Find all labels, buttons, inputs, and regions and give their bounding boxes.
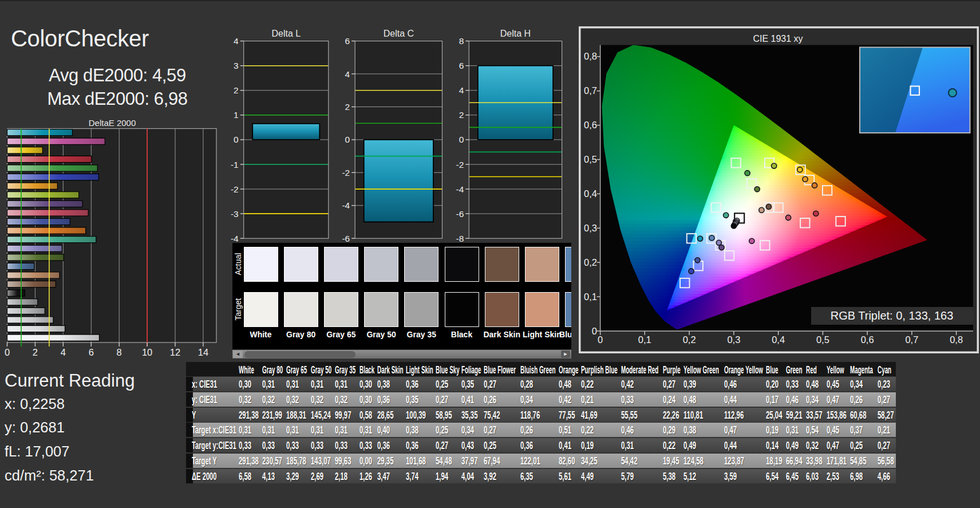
svg-text:-4: -4 <box>231 234 239 243</box>
svg-text:0: 0 <box>592 326 597 336</box>
svg-text:0,2: 0,2 <box>584 257 597 267</box>
svg-text:1: 1 <box>234 110 239 120</box>
svg-text:0,6: 0,6 <box>584 120 597 130</box>
svg-text:-1: -1 <box>231 160 239 170</box>
svg-text:-3: -3 <box>231 209 239 219</box>
svg-text:0,6: 0,6 <box>861 334 874 345</box>
svg-text:0,3: 0,3 <box>584 223 597 233</box>
svg-text:2: 2 <box>234 85 239 95</box>
svg-text:-2: -2 <box>456 160 464 170</box>
svg-text:0,2: 0,2 <box>683 334 696 345</box>
svg-text:8: 8 <box>459 36 464 46</box>
svg-text:4: 4 <box>459 85 464 95</box>
svg-text:14: 14 <box>198 347 208 357</box>
svg-text:0,5: 0,5 <box>816 334 829 345</box>
svg-text:RGB Triplet: 0, 133, 163: RGB Triplet: 0, 133, 163 <box>831 309 954 322</box>
svg-text:2: 2 <box>345 102 350 112</box>
svg-text:6: 6 <box>459 61 464 70</box>
svg-text:-6: -6 <box>456 209 464 219</box>
svg-text:0: 0 <box>345 135 350 144</box>
svg-text:Delta C: Delta C <box>384 29 414 38</box>
svg-text:4: 4 <box>61 347 66 357</box>
svg-text:0,3: 0,3 <box>727 334 740 345</box>
svg-text:6: 6 <box>345 36 350 46</box>
svg-text:Delta H: Delta H <box>500 29 531 38</box>
svg-text:4: 4 <box>234 36 239 46</box>
svg-text:-4: -4 <box>342 200 350 210</box>
svg-text:0: 0 <box>5 347 10 357</box>
svg-text:0,7: 0,7 <box>584 85 597 96</box>
svg-text:0: 0 <box>459 135 464 144</box>
svg-text:0,8: 0,8 <box>584 51 597 61</box>
svg-text:-4: -4 <box>456 184 464 194</box>
svg-text:0,1: 0,1 <box>638 334 651 345</box>
svg-text:Delta L: Delta L <box>271 29 301 38</box>
svg-text:8: 8 <box>117 347 122 357</box>
svg-text:0: 0 <box>234 135 239 144</box>
svg-text:-6: -6 <box>342 234 350 243</box>
svg-text:2: 2 <box>459 110 464 120</box>
svg-text:0,7: 0,7 <box>905 334 918 345</box>
svg-text:2: 2 <box>33 347 38 357</box>
svg-text:-2: -2 <box>342 168 350 178</box>
svg-text:0,1: 0,1 <box>584 292 597 302</box>
svg-text:10: 10 <box>142 347 152 357</box>
svg-text:-2: -2 <box>231 184 239 194</box>
svg-text:0,4: 0,4 <box>584 188 597 199</box>
svg-text:0,8: 0,8 <box>950 334 963 345</box>
svg-text:0,5: 0,5 <box>584 154 597 164</box>
svg-text:6: 6 <box>89 347 94 357</box>
svg-text:0: 0 <box>598 334 603 345</box>
svg-text:0,4: 0,4 <box>772 334 785 345</box>
svg-text:-8: -8 <box>456 234 464 243</box>
svg-text:3: 3 <box>234 61 239 70</box>
svg-text:CIE 1931 xy: CIE 1931 xy <box>753 34 803 44</box>
svg-text:12: 12 <box>170 347 180 357</box>
svg-text:4: 4 <box>345 69 350 79</box>
